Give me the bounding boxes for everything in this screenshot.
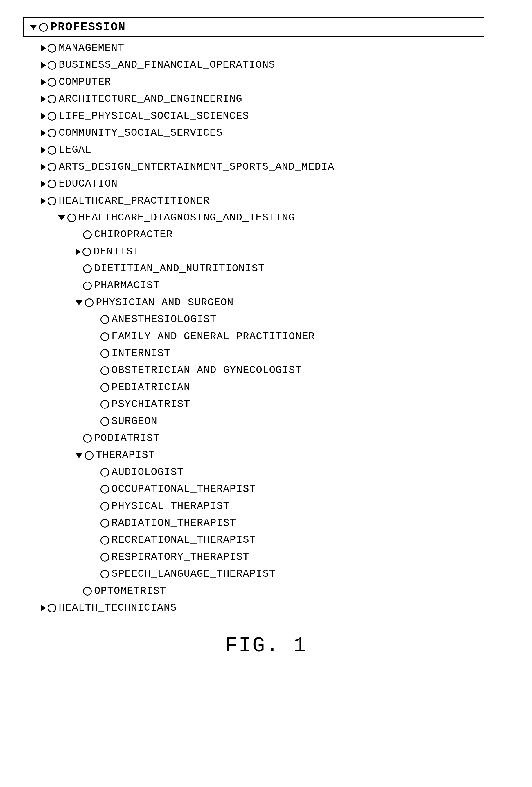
list-item[interactable]: OBSTETRICIAN_AND_GYNECOLOGIST <box>23 362 509 379</box>
node-label: BUSINESS_AND_FINANCIAL_OPERATIONS <box>59 58 275 72</box>
node-label: SPEECH_LANGUAGE_THERAPIST <box>112 567 275 581</box>
node-circle <box>101 553 109 561</box>
node-circle <box>48 604 56 612</box>
node-label: LEGAL <box>59 143 91 157</box>
triangle-right-icon <box>41 180 46 187</box>
node-circle <box>48 163 56 171</box>
list-item[interactable]: PHYSICIAN_AND_SURGEON <box>23 294 509 311</box>
node-circle <box>101 383 109 392</box>
node-circle <box>85 298 93 307</box>
node-circle <box>83 281 92 290</box>
list-item[interactable]: COMMUNITY_SOCIAL_SERVICES <box>23 125 509 142</box>
node-circle <box>83 434 92 443</box>
list-item[interactable]: PEDIATRICIAN <box>23 379 509 396</box>
list-item[interactable]: ARCHITECTURE_AND_ENGINEERING <box>23 91 509 107</box>
node-circle <box>101 366 109 375</box>
list-item[interactable]: PHARMACIST <box>23 277 509 294</box>
list-item[interactable]: RECREATIONAL_THERAPIST <box>23 532 509 549</box>
node-label: EDUCATION <box>59 177 118 191</box>
node-circle <box>101 349 109 358</box>
triangle-down-icon <box>58 215 66 220</box>
list-item[interactable]: RESPIRATORY_THERAPIST <box>23 549 509 566</box>
node-label: HEALTHCARE_DIAGNOSING_AND_TESTING <box>79 211 295 225</box>
node-label: RADIATION_THERAPIST <box>112 516 236 530</box>
list-item[interactable]: MANAGEMENT <box>23 40 509 57</box>
triangle-right-icon <box>41 45 46 52</box>
node-circle <box>101 332 109 341</box>
node-circle <box>48 78 56 87</box>
triangle-right-icon <box>75 248 81 255</box>
list-item[interactable]: PSYCHIATRIST <box>23 396 509 413</box>
tree-container: PROFESSION MANAGEMENT BUSINESS_AND_FINAN… <box>17 12 515 663</box>
node-label: PSYCHIATRIST <box>112 397 190 412</box>
node-circle <box>48 112 56 121</box>
triangle-right-icon <box>41 130 46 136</box>
list-item[interactable]: PODIATRIST <box>23 430 509 447</box>
list-item[interactable]: SPEECH_LANGUAGE_THERAPIST <box>23 566 509 582</box>
node-circle <box>48 197 56 206</box>
list-item[interactable]: CHIROPRACTER <box>23 226 509 243</box>
list-item[interactable]: AUDIOLOGIST <box>23 464 509 481</box>
list-item[interactable]: EDUCATION <box>23 175 509 192</box>
node-circle <box>101 315 109 324</box>
list-item[interactable]: HEALTHCARE_PRACTITIONER <box>23 193 509 210</box>
triangle-down-icon <box>75 453 84 458</box>
node-label: HEALTH_TECHNICIANS <box>59 601 177 615</box>
list-item[interactable]: DENTIST <box>23 243 509 260</box>
triangle-right-icon <box>41 95 46 103</box>
list-item[interactable]: ARTS_DESIGN_ENTERTAINMENT_SPORTS_AND_MED… <box>23 158 509 175</box>
node-circle <box>101 485 109 494</box>
node-label: PHARMACIST <box>94 278 160 293</box>
root-node[interactable]: PROFESSION <box>23 17 484 37</box>
node-label: PHYSICAL_THERAPIST <box>112 499 230 514</box>
node-circle <box>101 502 109 511</box>
list-item[interactable]: COMPUTER <box>23 74 509 91</box>
triangle-right-icon <box>41 147 46 154</box>
node-label: ANESTHESIOLOGIST <box>112 312 217 327</box>
list-item[interactable]: THERAPIST <box>23 447 509 464</box>
list-item[interactable]: SURGEON <box>23 413 509 430</box>
triangle-right-icon <box>41 164 46 171</box>
node-circle <box>48 129 56 137</box>
triangle-right-icon <box>41 79 46 86</box>
triangle-down-icon <box>75 300 84 305</box>
list-item[interactable]: HEALTH_TECHNICIANS <box>23 600 509 616</box>
list-item[interactable]: RADIATION_THERAPIST <box>23 515 509 532</box>
node-circle <box>101 536 109 545</box>
list-item[interactable]: LEGAL <box>23 142 509 158</box>
list-item[interactable]: INTERNIST <box>23 345 509 362</box>
node-circle <box>67 214 76 222</box>
list-item[interactable]: OCCUPATIONAL_THERAPIST <box>23 481 509 498</box>
triangle-right-icon <box>41 62 46 69</box>
node-label: OBSTETRICIAN_AND_GYNECOLOGIST <box>112 363 302 378</box>
level1-children: MANAGEMENT BUSINESS_AND_FINANCIAL_OPERAT… <box>23 40 509 616</box>
root-label: PROFESSION <box>50 21 126 34</box>
node-label: MANAGEMENT <box>59 41 124 56</box>
list-item[interactable]: BUSINESS_AND_FINANCIAL_OPERATIONS <box>23 57 509 73</box>
node-label: INTERNIST <box>112 346 171 361</box>
node-circle <box>101 570 109 578</box>
node-label: ARCHITECTURE_AND_ENGINEERING <box>59 92 242 106</box>
node-circle <box>48 44 56 52</box>
list-item[interactable]: OPTOMETRIST <box>23 583 509 600</box>
node-label: THERAPIST <box>96 448 155 463</box>
node-label: RECREATIONAL_THERAPIST <box>112 533 256 547</box>
list-item[interactable]: LIFE_PHYSICAL_SOCIAL_SCIENCES <box>23 108 509 125</box>
list-item[interactable]: HEALTHCARE_DIAGNOSING_AND_TESTING <box>23 210 509 226</box>
node-label: ARTS_DESIGN_ENTERTAINMENT_SPORTS_AND_MED… <box>59 160 334 174</box>
node-label: DENTIST <box>93 244 139 259</box>
list-item[interactable]: FAMILY_AND_GENERAL_PRACTITIONER <box>23 328 509 345</box>
list-item[interactable]: DIETITIAN_AND_NUTRITIONIST <box>23 260 509 277</box>
list-item[interactable]: ANESTHESIOLOGIST <box>23 311 509 328</box>
node-label: FAMILY_AND_GENERAL_PRACTITIONER <box>112 329 315 344</box>
node-circle <box>48 61 56 70</box>
node-label: SURGEON <box>112 414 157 429</box>
root-triangle-icon <box>30 25 38 30</box>
node-label: AUDIOLOGIST <box>112 465 184 480</box>
node-label: PHYSICIAN_AND_SURGEON <box>96 295 234 310</box>
figure-caption: FIG. 1 <box>23 634 509 658</box>
node-label: PEDIATRICIAN <box>112 380 190 395</box>
list-item[interactable]: PHYSICAL_THERAPIST <box>23 498 509 515</box>
node-label: PODIATRIST <box>94 431 160 446</box>
node-circle <box>48 146 56 154</box>
